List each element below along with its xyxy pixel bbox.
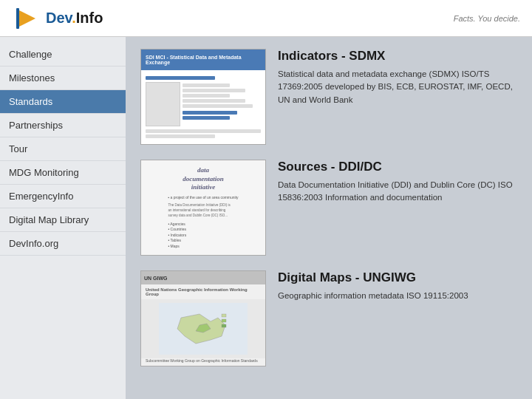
content-area: SDI MCI - Statistical Data and Metadata … (126, 37, 532, 399)
header: Dev.Info Facts. You decide. (0, 0, 532, 37)
sidebar-item-digital-map-library[interactable]: Digital Map Library (0, 208, 126, 232)
card-ddi: datadocumentationinitiative ▪ a project … (140, 160, 517, 256)
sidebar-item-tour[interactable]: Tour (0, 137, 126, 161)
sidebar-item-emergency-info[interactable]: EmergencyInfo (0, 185, 126, 208)
sidebar-item-mdg-monitoring[interactable]: MDG Monitoring (0, 161, 126, 185)
main: Challenge Milestones Standards Partnersh… (0, 37, 532, 399)
ungiwg-thumb-header: UN GIWG (141, 271, 265, 284)
card-sdmx: SDI MCI - Statistical Data and Metadata … (140, 49, 517, 145)
tagline: Facts. You decide. (454, 14, 520, 23)
svg-marker-0 (18, 10, 35, 27)
svg-rect-1 (16, 8, 19, 29)
ungiwg-map (141, 299, 265, 358)
logo-icon (12, 4, 41, 33)
svg-rect-7 (222, 324, 226, 327)
sidebar-item-partnerships[interactable]: Partnerships (0, 114, 126, 137)
card-ddi-info: Sources - DDI/DC Data Documentation Init… (278, 160, 517, 205)
thumbnail-ungiwg: UN GIWG United Nations Geographic Inform… (140, 270, 266, 366)
sidebar: Challenge Milestones Standards Partnersh… (0, 37, 126, 399)
logo-text: Dev.Info (46, 10, 103, 27)
card-ddi-desc: Data Documentation Initiative (DDI) and … (278, 179, 517, 205)
card-ungiwg: UN GIWG United Nations Geographic Inform… (140, 270, 517, 366)
card-sdmx-title: Indicators - SDMX (278, 49, 517, 64)
svg-rect-5 (222, 314, 226, 317)
card-sdmx-info: Indicators - SDMX Statistical data and m… (278, 49, 517, 106)
ungiwg-map-svg (159, 303, 248, 355)
sidebar-item-milestones[interactable]: Milestones (0, 66, 126, 90)
card-ungiwg-info: Digital Maps - UNGIWG Geographic informa… (278, 270, 517, 302)
ddi-thumb-title: datadocumentationinitiative (168, 166, 238, 192)
logo: Dev.Info (12, 4, 103, 33)
card-ungiwg-title: Digital Maps - UNGIWG (278, 270, 517, 285)
sidebar-item-challenge[interactable]: Challenge (0, 43, 126, 66)
card-sdmx-desc: Statistical data and metadata exchange (… (278, 68, 517, 106)
app-container: Dev.Info Facts. You decide. Challenge Mi… (0, 0, 532, 399)
svg-rect-6 (222, 319, 226, 322)
sidebar-item-devinfo-org[interactable]: DevInfo.org (0, 232, 126, 256)
sidebar-item-standards[interactable]: Standards (0, 90, 126, 114)
thumbnail-sdmx: SDI MCI - Statistical Data and Metadata … (140, 49, 266, 145)
thumbnail-ddi: datadocumentationinitiative ▪ a project … (140, 160, 266, 256)
card-ddi-title: Sources - DDI/DC (278, 160, 517, 174)
card-ungiwg-desc: Geographic information metadata ISO 1911… (278, 290, 517, 302)
